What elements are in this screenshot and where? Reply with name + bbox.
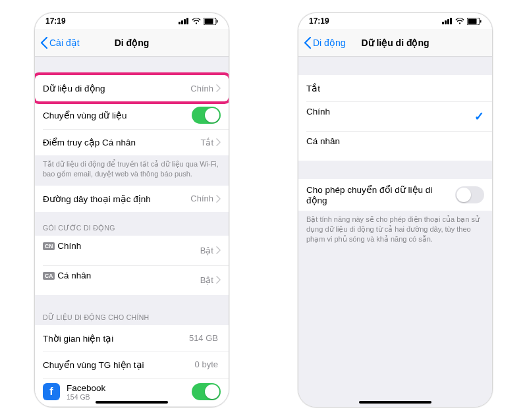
chevron-right-icon	[216, 138, 221, 146]
signal-icon	[179, 18, 189, 24]
sim-badge: CN	[43, 242, 55, 250]
status-bar: 17:19	[298, 13, 492, 29]
personal-hotspot-row[interactable]: Điểm truy cập Cá nhân Tắt	[35, 129, 229, 155]
plan-value: Bật	[200, 246, 213, 255]
settings-list[interactable]: Dữ liệu di động Chính Chuyển vùng dữ liệ…	[35, 57, 229, 407]
signal-icon	[442, 18, 453, 24]
allow-switch-label: Cho phép chuyển đổi dữ liệu di động	[306, 184, 455, 205]
back-button[interactable]: Di động	[304, 37, 345, 49]
wifi-icon	[192, 18, 201, 24]
checkmark-icon: ✓	[474, 109, 484, 124]
svg-rect-12	[447, 19, 449, 24]
app-label: Facebook 154 GB	[67, 383, 192, 401]
phone-left: 17:19 Cài đặt Di động Dữ liệu di động Ch…	[34, 13, 229, 407]
option-primary-row[interactable]: Chính ✓	[298, 101, 492, 131]
svg-rect-6	[217, 20, 218, 22]
current-period-row: Thời gian hiện tại 514 GB	[35, 325, 229, 352]
data-roaming-toggle[interactable]	[192, 107, 221, 124]
status-icons	[442, 18, 482, 25]
svg-rect-2	[184, 19, 186, 24]
svg-rect-11	[445, 20, 447, 24]
option-sub	[306, 147, 484, 155]
plan-row-1[interactable]: CACá nhân Bật	[35, 265, 229, 295]
cellular-note: Tắt dữ liệu di động để truyền tất cả dữ …	[35, 155, 229, 186]
app-usage-row[interactable]: Instagram 122 GB	[35, 406, 229, 407]
back-label: Di động	[313, 38, 345, 48]
data-roaming-label: Chuyển vùng dữ liệu	[43, 110, 192, 120]
home-indicator[interactable]	[96, 401, 168, 404]
app-toggle[interactable]	[192, 383, 221, 400]
data-roaming-row[interactable]: Chuyển vùng dữ liệu	[35, 101, 229, 129]
allow-switch-note: Bật tính năng này sẽ cho phép điện thoại…	[298, 211, 492, 251]
chevron-right-icon	[216, 84, 221, 92]
plan-label: CNChính	[43, 241, 200, 260]
current-period-value: 514 GB	[189, 333, 218, 343]
wifi-icon	[455, 18, 464, 24]
cellular-data-label: Dữ liệu di động	[43, 83, 190, 93]
status-icons	[179, 18, 218, 25]
sim-badge: CA	[43, 272, 55, 280]
usage-header: DỮ LIỆU DI ĐỘNG CHO CHÍNH	[35, 295, 229, 325]
option-personal-row[interactable]: Cá nhân	[298, 131, 492, 161]
chevron-right-icon	[216, 246, 221, 254]
svg-rect-5	[205, 18, 213, 24]
option-label: Tắt	[306, 83, 484, 93]
svg-rect-16	[480, 20, 482, 22]
current-period-label: Thời gian hiện tại	[43, 333, 189, 344]
nav-bar: Di động Dữ liệu di động	[298, 29, 492, 57]
default-voice-value: Chính	[190, 194, 213, 203]
chevron-left-icon	[40, 37, 48, 49]
battery-icon	[467, 18, 482, 25]
plans-header: GÓI CƯỚC DI ĐỘNG	[35, 212, 229, 236]
plan-sub	[43, 282, 200, 290]
status-time: 17:19	[309, 16, 329, 26]
status-bar: 17:19	[35, 13, 229, 29]
allow-switch-toggle[interactable]	[455, 186, 484, 203]
svg-rect-15	[468, 18, 477, 24]
default-voice-row[interactable]: Đường dây thoại mặc định Chính	[35, 186, 229, 212]
nav-bar: Cài đặt Di động	[35, 29, 229, 57]
chevron-right-icon	[216, 195, 221, 203]
svg-rect-13	[450, 18, 452, 24]
svg-rect-10	[442, 22, 444, 24]
svg-rect-0	[179, 22, 180, 24]
option-label: Chính	[306, 107, 474, 126]
option-off-row[interactable]: Tắt	[298, 75, 492, 101]
svg-rect-3	[186, 18, 188, 24]
back-button[interactable]: Cài đặt	[40, 37, 80, 49]
settings-list[interactable]: Tắt Chính ✓ Cá nhân	[298, 57, 492, 407]
facebook-icon: f	[43, 383, 60, 400]
plan-value: Bật	[200, 275, 213, 285]
plan-sub	[43, 252, 200, 260]
home-indicator[interactable]	[359, 401, 431, 404]
cellular-data-value: Chính	[190, 84, 213, 93]
roaming-period-row: Chuyển vùng TG hiện tại 0 byte	[35, 352, 229, 378]
option-sub	[306, 118, 474, 126]
option-label: Cá nhân	[306, 136, 484, 155]
phone-right: 17:19 Di động Dữ liệu di động Tắt Chính	[298, 13, 493, 407]
chevron-right-icon	[216, 276, 221, 284]
personal-hotspot-label: Điểm truy cập Cá nhân	[43, 137, 200, 147]
roaming-period-value: 0 byte	[195, 359, 218, 369]
status-time: 17:19	[45, 16, 66, 26]
back-label: Cài đặt	[49, 38, 80, 48]
svg-rect-1	[181, 20, 183, 24]
roaming-period-label: Chuyển vùng TG hiện tại	[43, 359, 195, 370]
chevron-left-icon	[304, 37, 312, 49]
battery-icon	[204, 18, 218, 25]
default-voice-label: Đường dây thoại mặc định	[43, 194, 190, 204]
personal-hotspot-value: Tắt	[200, 138, 213, 147]
allow-switch-row[interactable]: Cho phép chuyển đổi dữ liệu di động	[298, 179, 492, 211]
plan-row-0[interactable]: CNChính Bật	[35, 236, 229, 265]
cellular-data-row[interactable]: Dữ liệu di động Chính	[35, 75, 229, 101]
plan-label: CACá nhân	[43, 271, 200, 290]
